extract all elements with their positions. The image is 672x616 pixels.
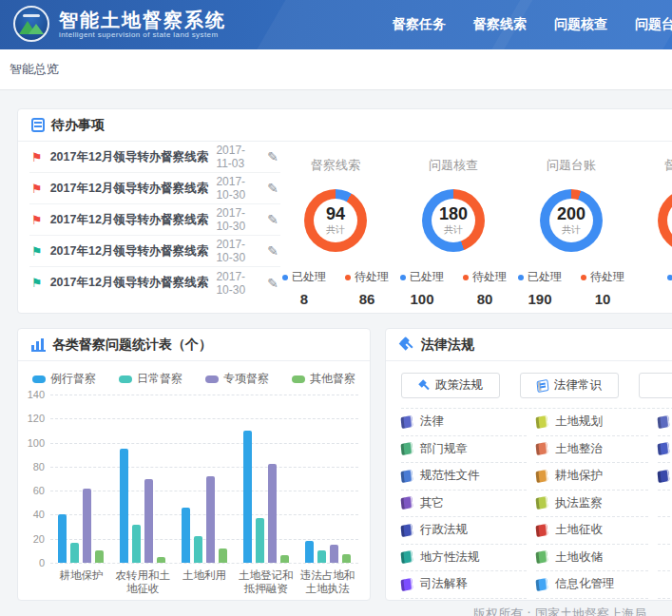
legal-tab-2[interactable]: 法律常识	[520, 373, 619, 398]
book-icon	[400, 524, 413, 537]
legal-item[interactable]	[658, 463, 672, 491]
legend-item-例行督察[interactable]: 例行督察	[32, 371, 96, 387]
y-axis-label: 80	[18, 461, 45, 472]
y-axis-label: 40	[18, 509, 45, 520]
bar-其他督察	[219, 549, 227, 563]
legal-item[interactable]: 土地规划	[536, 409, 648, 436]
bar-日常督察	[70, 543, 79, 563]
legal-item[interactable]: 执法监察	[536, 491, 648, 518]
gavel-icon	[418, 380, 430, 392]
bar-chart-legend: 例行督察日常督察专项督察其他督察	[18, 371, 370, 387]
todo-stats-card: 待办事项 ⚑2017年12月领导转办督察线索2017-11-03✎⚑2017年1…	[17, 108, 672, 314]
legend-item-其他督察[interactable]: 其他督察	[292, 371, 355, 387]
bar-其他督察	[157, 557, 165, 563]
nav-item-4[interactable]: 问题台账	[635, 16, 672, 33]
x-axis-label: 土地利用	[175, 568, 234, 595]
todo-text: 2017年12月领导转办督察线索	[50, 212, 209, 228]
todo-date: 2017-10-30	[216, 238, 250, 264]
bar-group-2	[120, 449, 165, 563]
book-icon	[535, 442, 547, 455]
x-axis-label: 耕地保护	[51, 568, 110, 595]
bar-chart-title: 各类督察问题统计表（个）	[52, 337, 212, 354]
nav-item-1[interactable]: 督察任务	[393, 16, 446, 33]
legal-card-title: 法律法规	[421, 337, 474, 354]
legal-column-2: 土地规划土地整治耕地保护执法监察土地征收土地收储信息化管理	[536, 409, 648, 599]
book-icon	[400, 550, 413, 564]
todo-card-title: 待办事项	[51, 117, 105, 134]
legal-tab-1[interactable]: 政策法规	[401, 373, 500, 398]
bar-日常督察	[132, 525, 141, 563]
bar-例行督察	[305, 541, 314, 563]
bar-chart-card: 各类督察问题统计表（个） 例行督察日常督察专项督察其他督察 0204060801…	[17, 328, 371, 601]
donut-total-label: 共计	[444, 223, 463, 237]
donut-block-3: 问题台账200共计已处理190待处理10	[512, 144, 630, 307]
donut-legend-item: 已处理190	[518, 269, 562, 307]
x-axis-label: 农转用和土地征收	[113, 568, 172, 595]
book-icon	[536, 378, 548, 392]
donut-block-4: 督察任务共计已处理175	[630, 144, 672, 307]
footer-copyright: 版权所有：国家土地督察上海局	[473, 606, 646, 616]
donut-legend-item: 待处理86	[345, 269, 389, 307]
legal-item[interactable]: 行政法规	[401, 517, 527, 545]
book-icon	[400, 442, 413, 455]
legal-item[interactable]: 土地整治	[536, 436, 648, 464]
todo-row-3[interactable]: ⚑2017年12月领导转办督察线索2017-10-30✎	[29, 204, 280, 236]
book-icon	[400, 470, 413, 483]
bar-专项督察	[83, 489, 91, 563]
bar-其他督察	[342, 554, 351, 563]
legal-item[interactable]	[658, 409, 672, 436]
todo-list-icon	[31, 118, 45, 132]
donut-block-1: 督察线索94共计已处理8待处理86	[277, 144, 394, 307]
bar-chart-card-header: 各类督察问题统计表（个）	[18, 329, 370, 361]
legend-item-日常督察[interactable]: 日常督察	[119, 371, 182, 387]
bar-日常督察	[317, 550, 326, 563]
legal-item[interactable]: 部门规章	[401, 436, 527, 464]
legal-item-columns: 法律部门规章规范性文件其它行政法规地方性法规司法解释土地规划土地整治耕地保护执法…	[401, 408, 672, 598]
legal-item[interactable]: 司法解释	[401, 571, 527, 599]
bar-例行督察	[120, 449, 128, 563]
book-icon	[400, 578, 413, 591]
book-icon	[535, 578, 547, 591]
book-icon	[400, 496, 413, 510]
legal-item[interactable]	[658, 436, 672, 464]
legal-column-1: 法律部门规章规范性文件其它行政法规地方性法规司法解释	[401, 409, 527, 599]
donut-legend-item: 待处理80	[463, 269, 507, 307]
legal-item[interactable]: 其它	[401, 491, 527, 518]
todo-row-1[interactable]: ⚑2017年12月领导转办督察线索2017-11-03✎	[29, 142, 280, 173]
y-axis-label: 140	[18, 389, 45, 400]
legal-item[interactable]: 法律	[401, 409, 527, 436]
legal-tab-3[interactable]	[639, 373, 672, 398]
donut-ring: 180共计	[422, 189, 485, 252]
legal-item[interactable]: 耕地保护	[536, 463, 648, 491]
legal-item[interactable]: 土地征收	[536, 517, 648, 545]
donut-block-2: 问题核查180共计已处理100待处理80	[394, 144, 512, 307]
legal-item[interactable]: 信息化管理	[536, 571, 648, 599]
book-icon	[535, 496, 547, 510]
nav-item-2[interactable]: 督察线索	[473, 16, 527, 33]
bar-chart-plot: 020406080100120140耕地保护农转用和土地征收土地利用土地登记和抵…	[18, 395, 370, 594]
bar-例行督察	[243, 431, 252, 563]
todo-date: 2017-11-03	[216, 144, 250, 170]
book-icon	[535, 470, 547, 483]
todo-row-4[interactable]: ⚑2017年12月领导转办督察线索2017-10-30✎	[29, 236, 280, 267]
todo-card-header: 待办事项	[18, 109, 672, 142]
legal-item[interactable]: 规范性文件	[401, 463, 527, 491]
donut-legend-item: 已处理8	[282, 269, 326, 307]
bar-例行督察	[58, 514, 67, 563]
todo-row-2[interactable]: ⚑2017年12月领导转办督察线索2017-10-30✎	[29, 173, 280, 204]
donut-ring: 94共计	[304, 189, 367, 252]
y-axis-label: 100	[18, 437, 45, 449]
legal-category-buttons: 政策法规法律常识	[401, 373, 672, 398]
donut-total: 180	[439, 205, 468, 223]
bar-专项督察	[206, 476, 215, 563]
bar-group-4	[243, 431, 289, 563]
donut-title: 问题台账	[547, 157, 596, 174]
legal-item[interactable]: 地方性法规	[401, 545, 527, 572]
legend-item-专项督察[interactable]: 专项督察	[205, 371, 269, 387]
legal-item[interactable]: 土地收储	[536, 545, 648, 572]
todo-row-5[interactable]: ⚑2017年12月领导转办督察线索2017-10-30✎	[29, 267, 280, 298]
book-icon	[535, 550, 547, 564]
nav-item-3[interactable]: 问题核查	[554, 16, 607, 33]
donut-total-label: 共计	[326, 223, 345, 237]
main-nav: 督察任务督察线索问题核查问题台账	[393, 0, 672, 49]
